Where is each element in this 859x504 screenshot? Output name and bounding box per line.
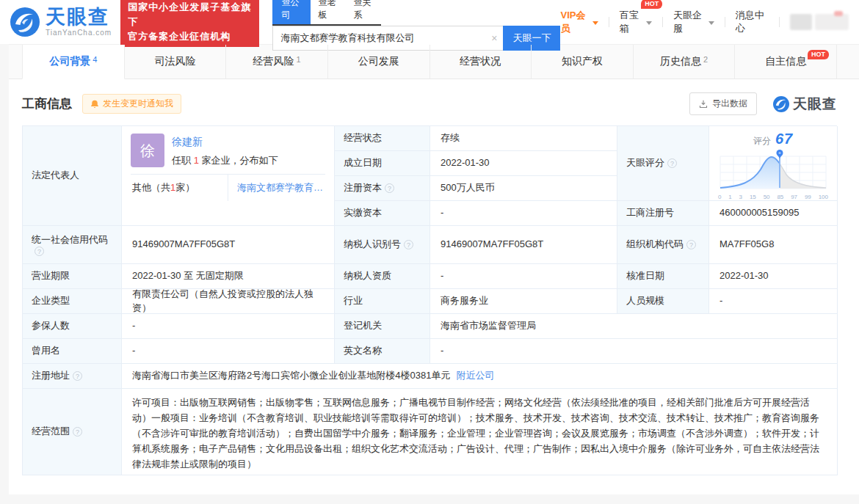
tab-self-info[interactable]: 自主信息 HOT <box>735 45 837 78</box>
taxpayer-id-value: 91469007MA7FF05G8T <box>430 226 617 264</box>
tab-label: 经营状况 <box>460 55 501 68</box>
bell-icon <box>90 100 99 109</box>
reg-capital-label: 注册资本 <box>335 176 430 201</box>
legal-rep-name-link[interactable]: 徐建新 <box>172 135 278 150</box>
tianyancha-logo[interactable]: 天眼查 TianYanCha.com <box>10 7 112 37</box>
export-label: 导出数据 <box>712 98 747 110</box>
hot-badge: HOT <box>641 0 662 9</box>
chevron-down-icon <box>592 21 598 25</box>
gov-certification-badge: 国家中小企业发展子基金旗下 官方备案企业征信机构 <box>120 0 259 47</box>
company-type-value: 有限责任公司（自然人投资或控股的法人独资） <box>122 289 335 314</box>
export-data-button[interactable]: 导出数据 <box>689 92 757 115</box>
help-icon[interactable] <box>35 246 44 256</box>
tab-judicial-risk[interactable]: 司法风险 <box>125 45 227 78</box>
tab-count: 2 <box>703 55 708 64</box>
tab-operation-status[interactable]: 经营状况 <box>430 45 532 78</box>
legal-rep-label: 法定代表人 <box>23 126 122 226</box>
business-info-table: 法定代表人 徐 徐建新 任职 1 家企业，分布如下 其他（共1家） 海南文都赛学… <box>22 125 837 475</box>
help-icon[interactable] <box>73 427 82 437</box>
tab-label: 公司背景 <box>49 55 90 68</box>
help-icon[interactable] <box>385 183 394 193</box>
legal-rep-group: 其他（共1家） <box>131 175 228 201</box>
tab-label: 司法风险 <box>154 55 195 68</box>
tab-company-development[interactable]: 公司发展 <box>328 45 430 78</box>
score-pin-icon <box>777 150 783 158</box>
user-avatar[interactable] <box>790 14 849 30</box>
tyc-score-chart: 评分67 <box>709 126 838 201</box>
legal-rep-avatar[interactable]: 徐 <box>131 134 164 167</box>
tab-operation-risk[interactable]: 经营风险 1 <box>226 45 328 78</box>
former-name-value: - <box>122 339 335 364</box>
chevron-down-icon <box>708 21 714 25</box>
legal-rep-tenure: 任职 1 家企业，分布如下 <box>172 154 278 167</box>
help-icon[interactable] <box>667 158 677 168</box>
notify-on-change-button[interactable]: 发生变更时通知我 <box>82 94 181 114</box>
credit-code-label: 统一社会信用代码 <box>23 226 122 264</box>
registry-value: 海南省市场监督管理局 <box>430 314 838 339</box>
score-axis-ticks: 01 315 5085 9799 100 <box>718 193 828 201</box>
biz-term-value: 2022-01-30 至 无固定期限 <box>122 264 335 289</box>
tab-label: 公司发展 <box>358 55 399 68</box>
menu-enterprise-service[interactable]: 天眼企服 <box>673 9 714 35</box>
staff-size-label: 人员规模 <box>617 289 709 314</box>
search-tabs: 查公司 查老板 查关系 <box>272 0 381 26</box>
approval-date-label: 核准日期 <box>617 264 709 289</box>
clear-search-icon[interactable]: × <box>491 32 497 44</box>
score-caption: 评分67 <box>718 128 828 149</box>
tyc-score-label: 天眼评分 <box>617 126 709 201</box>
search-tab-company[interactable]: 查公司 <box>272 0 311 24</box>
menu-message-center[interactable]: 消息中心 <box>736 9 769 35</box>
legal-rep-company-link[interactable]: 海南文都赛学教育科... <box>228 175 325 201</box>
search-tab-relation[interactable]: 查关系 <box>346 0 381 24</box>
registry-label: 登记机关 <box>335 314 430 339</box>
industry-value: 商务服务业 <box>430 289 617 314</box>
business-scope-label: 经营范围 <box>23 389 122 475</box>
org-code-label: 组织机构代码 <box>617 226 709 264</box>
help-icon[interactable] <box>73 371 82 381</box>
page-gutter-left <box>0 44 9 504</box>
menu-divider <box>779 17 780 27</box>
nearby-companies-link[interactable]: 附近公司 <box>456 369 494 382</box>
insured-count-value: - <box>122 314 335 339</box>
tab-history-info[interactable]: 历史信息 2 <box>634 45 736 78</box>
menu-divider <box>662 17 663 27</box>
address-value: 海南省海口市美兰区海府路2号海口宾馆小微企业创业基地附楼4楼0381单元 附近公… <box>122 364 838 389</box>
paid-capital-value: - <box>430 201 617 226</box>
company-nav-tabs: 公司背景 4 司法风险 经营风险 1 公司发展 经营状况 知识产权 历史信息 2… <box>0 44 859 79</box>
score-bell-curve-chart <box>718 149 828 190</box>
menu-divider <box>725 17 725 27</box>
insured-count-label: 参保人数 <box>23 314 122 339</box>
taxpayer-quality-label: 纳税人资质 <box>335 264 430 289</box>
est-date-label: 成立日期 <box>335 151 430 176</box>
reg-no-label: 工商注册号 <box>617 201 709 226</box>
help-icon[interactable] <box>686 240 696 249</box>
score-value: 67 <box>775 131 793 147</box>
section-title: 工商信息 <box>22 95 72 112</box>
taxpayer-quality-value: - <box>430 264 617 289</box>
top-menu: VIP会员 HOT 百宝箱 天眼企服 消息中心 <box>560 9 849 35</box>
menu-vip[interactable]: VIP会员 <box>560 9 598 35</box>
reg-capital-value: 500万人民币 <box>430 176 617 201</box>
status-value: 存续 <box>430 126 617 151</box>
help-icon[interactable] <box>404 240 413 249</box>
credit-code-value: 91469007MA7FF05G8T <box>122 226 335 264</box>
notify-label: 发生变更时通知我 <box>103 98 173 110</box>
tab-intellectual-property[interactable]: 知识产权 <box>532 45 634 78</box>
tab-company-background[interactable]: 公司背景 4 <box>22 45 125 79</box>
status-label: 经营状态 <box>335 126 430 151</box>
logo-text: 天眼查 <box>46 7 112 27</box>
biz-term-label: 营业期限 <box>23 264 122 289</box>
menu-divider <box>609 17 609 27</box>
company-type-label: 企业类型 <box>23 289 122 314</box>
former-name-label: 曾用名 <box>23 339 122 364</box>
site-header: 天眼查 TianYanCha.com 国家中小企业发展子基金旗下 官方备案企业征… <box>0 0 859 44</box>
tab-count: 4 <box>93 55 97 64</box>
legal-rep-cell: 徐 徐建新 任职 1 家企业，分布如下 其他（共1家） 海南文都赛学教育科... <box>122 126 335 226</box>
search-tab-boss[interactable]: 查老板 <box>311 0 346 24</box>
tab-count: 1 <box>297 55 301 64</box>
menu-toolbox[interactable]: HOT 百宝箱 <box>620 9 652 35</box>
tianyancha-swirl-icon <box>773 96 789 112</box>
tab-label: 历史信息 <box>660 55 701 68</box>
menu-enterprise-service-label: 天眼企服 <box>673 9 706 35</box>
menu-toolbox-label: 百宝箱 <box>620 9 643 35</box>
